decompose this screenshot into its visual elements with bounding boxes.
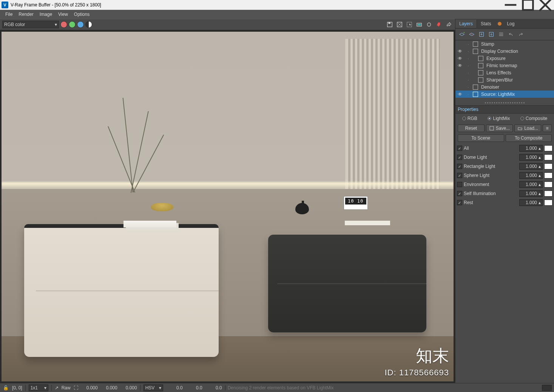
minimize-button[interactable] — [502, 0, 519, 10]
settings-list-icon[interactable] — [497, 30, 505, 38]
light-color-swatch[interactable] — [544, 191, 552, 197]
menu-view[interactable]: View — [55, 11, 71, 18]
green-channel-button[interactable] — [69, 21, 76, 28]
stop-render-icon[interactable] — [435, 20, 443, 29]
mode-rgb[interactable]: RGB — [462, 116, 477, 121]
chevron-down-icon: ▾ — [159, 385, 161, 390]
layer-options-icon[interactable]: · — [464, 70, 472, 75]
mode-lightmix[interactable]: LightMix — [488, 116, 510, 121]
options-menu-button[interactable]: ≡ — [543, 125, 552, 132]
maximize-button[interactable] — [519, 0, 537, 10]
hsv-v: 0.0 — [205, 385, 222, 390]
spinner-icon[interactable]: ▴ — [539, 155, 541, 160]
menu-image[interactable]: Image — [37, 11, 55, 18]
clear-image-icon[interactable] — [395, 20, 404, 29]
light-enable-checkbox[interactable]: ✓ — [457, 200, 462, 205]
light-enable-checkbox[interactable] — [457, 182, 462, 187]
to-scene-button[interactable]: To Scene — [458, 134, 504, 142]
light-color-swatch[interactable] — [544, 145, 552, 151]
visibility-toggle-icon[interactable]: 👁 — [455, 92, 464, 97]
layer-options-icon[interactable]: · — [464, 92, 472, 97]
lock-icon[interactable]: 🔓 — [2, 385, 9, 390]
reset-button[interactable]: Reset — [458, 125, 485, 132]
render-last-icon[interactable] — [444, 20, 453, 29]
tab-stats[interactable]: Stats — [477, 20, 495, 28]
spinner-icon[interactable]: ▴ — [539, 191, 541, 196]
light-color-swatch[interactable] — [544, 181, 552, 188]
layer-options-icon[interactable]: · — [464, 63, 472, 68]
spinner-icon[interactable]: ▴ — [539, 173, 541, 178]
light-multiplier-input[interactable]: 1.000 ▴ — [519, 145, 543, 152]
layer-options-icon[interactable]: · — [464, 77, 472, 83]
panel-divider[interactable] — [455, 101, 554, 105]
layer-row[interactable]: 👁·Display Correction — [455, 48, 554, 55]
add-layer-icon[interactable]: + — [458, 30, 466, 38]
light-multiplier-input[interactable]: 1.000 ▴ — [519, 199, 543, 206]
light-color-swatch[interactable] — [544, 200, 552, 206]
visibility-toggle-icon[interactable]: 👁 — [455, 49, 464, 54]
spinner-icon[interactable]: ▴ — [539, 182, 541, 187]
svg-rect-20 — [473, 42, 478, 46]
save-preset-icon[interactable] — [477, 30, 486, 38]
visibility-toggle-icon[interactable]: 👁 — [455, 63, 464, 68]
svg-rect-24 — [478, 70, 483, 75]
layer-row[interactable]: 👁·Filmic tonemap — [455, 62, 554, 69]
light-enable-checkbox[interactable]: ✓ — [457, 146, 462, 151]
layer-row[interactable]: ·Lens Effects — [455, 69, 554, 76]
layer-options-icon[interactable]: · — [464, 85, 472, 90]
redo-icon[interactable] — [517, 30, 525, 38]
layer-row[interactable]: 👁·Source: LightMix — [455, 91, 554, 98]
light-multiplier-input[interactable]: 1.000 ▴ — [519, 163, 543, 170]
tab-log[interactable]: Log — [503, 20, 518, 28]
light-multiplier-input[interactable]: 1.000 ▴ — [519, 154, 543, 161]
layer-options-icon[interactable]: · — [464, 42, 472, 47]
blue-channel-button[interactable] — [77, 21, 84, 28]
zoom-dropdown[interactable]: 1x1▾ — [29, 384, 48, 391]
colorspace-dropdown[interactable]: HSV▾ — [144, 384, 163, 391]
layer-toolbar: + — [455, 29, 554, 40]
layer-row[interactable]: 👁·Exposure — [455, 55, 554, 62]
load-preset-button[interactable]: Load... — [514, 125, 541, 132]
expand-icon[interactable]: ⛶ — [74, 385, 78, 390]
menu-render[interactable]: Render — [15, 11, 36, 18]
light-color-swatch[interactable] — [544, 154, 552, 160]
light-enable-checkbox[interactable]: ✓ — [457, 155, 462, 160]
save-icon[interactable] — [386, 20, 394, 29]
light-enable-checkbox[interactable]: ✓ — [457, 173, 462, 178]
channel-dropdown[interactable]: RGB color ▾ — [2, 21, 59, 28]
light-color-swatch[interactable] — [544, 163, 552, 169]
light-color-swatch[interactable] — [544, 172, 552, 178]
spinner-icon[interactable]: ▴ — [539, 200, 541, 205]
render-viewport[interactable]: 知末 ID: 1178566693 — [0, 30, 455, 383]
light-multiplier-input[interactable]: 1.000 ▴ — [519, 172, 543, 179]
undo-icon[interactable] — [507, 30, 515, 38]
light-enable-checkbox[interactable]: ✓ — [457, 191, 462, 196]
mono-channel-button[interactable] — [85, 21, 92, 28]
layer-row[interactable]: ·Sharpen/Blur — [455, 76, 554, 83]
load-preset-icon[interactable] — [487, 30, 495, 38]
light-multiplier-input[interactable]: 1.000 ▴ — [519, 181, 543, 188]
layer-type-icon — [477, 63, 484, 68]
to-composite-button[interactable]: To Composite — [506, 134, 552, 142]
spinner-icon[interactable]: ▴ — [539, 146, 541, 151]
light-multiplier-input[interactable]: 1.000 ▴ — [519, 190, 543, 197]
eyedropper-icon[interactable]: ↗ — [55, 385, 59, 390]
layer-options-icon[interactable]: · — [464, 56, 472, 61]
close-button[interactable] — [537, 0, 554, 10]
region-render-icon[interactable] — [405, 20, 414, 29]
visibility-toggle-icon[interactable]: 👁 — [455, 56, 464, 61]
save-preset-button[interactable]: Save... — [486, 125, 513, 132]
delete-layer-icon[interactable] — [468, 30, 476, 38]
layer-row[interactable]: ·Denoiser — [455, 83, 554, 91]
track-mouse-icon[interactable] — [415, 20, 423, 29]
mode-composite[interactable]: Composite — [520, 116, 547, 121]
layer-row[interactable]: ·Stamp — [455, 40, 554, 48]
menu-options[interactable]: Options — [71, 11, 93, 18]
tab-layers[interactable]: Layers — [455, 20, 477, 28]
light-enable-checkbox[interactable]: ✓ — [457, 164, 462, 169]
red-channel-button[interactable] — [60, 21, 67, 28]
menu-file[interactable]: File — [2, 11, 15, 18]
layer-options-icon[interactable]: · — [464, 49, 472, 54]
link-pdplayer-icon[interactable] — [425, 20, 433, 29]
spinner-icon[interactable]: ▴ — [539, 164, 541, 169]
